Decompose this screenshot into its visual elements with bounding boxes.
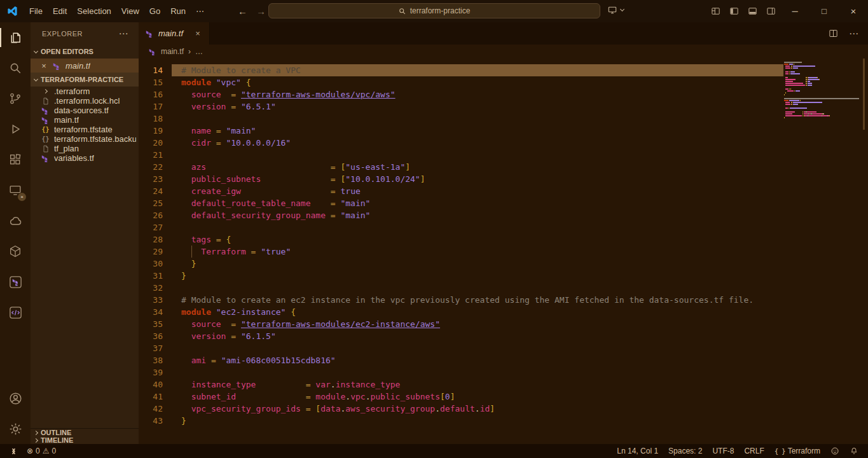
toggle-primary-sidebar-icon[interactable] [725, 3, 743, 20]
menu-item-file[interactable]: File [25, 4, 47, 18]
run-debug-icon[interactable] [0, 114, 31, 144]
more-actions-icon[interactable]: ⋯ [849, 28, 858, 39]
code-lines[interactable]: 14# Module to create a VPC15module "vpc"… [139, 59, 783, 427]
code-line-24[interactable]: 24 create_igw = true [139, 185, 783, 197]
code-line-39[interactable]: 39 [139, 366, 783, 378]
line-number[interactable]: 28 [139, 233, 172, 246]
code-line-20[interactable]: 20 cidr = "10.0.0.0/16" [139, 137, 783, 149]
split-editor-icon[interactable] [829, 29, 838, 38]
line-number[interactable]: 14 [139, 64, 172, 76]
line-number[interactable]: 27 [139, 221, 172, 233]
breadcrumb-more[interactable]: … [195, 47, 203, 56]
line-number[interactable]: 40 [139, 378, 172, 391]
search-view-icon[interactable] [0, 53, 31, 83]
remote-window-button[interactable] [607, 5, 624, 15]
line-number[interactable]: 19 [139, 125, 172, 137]
close-icon[interactable]: × [39, 61, 48, 71]
line-number[interactable]: 26 [139, 209, 172, 221]
line-number[interactable]: 20 [139, 137, 172, 149]
code-line-35[interactable]: 35 source = "terraform-aws-modules/ec2-i… [139, 318, 783, 330]
cursor-position[interactable]: Ln 14, Col 1 [614, 447, 661, 455]
code-line-32[interactable]: 32 [139, 282, 783, 294]
hcl-extension-icon[interactable] [0, 297, 31, 328]
code-line-18[interactable]: 18 [139, 113, 783, 125]
file-item-variables.tf[interactable]: variables.tf [31, 153, 139, 163]
code-line-33[interactable]: 33# Module to create an ec2 instance in … [139, 294, 783, 306]
close-button[interactable]: × [839, 0, 868, 22]
remote-explorer-icon[interactable]: × [0, 175, 31, 205]
menu-item-view[interactable]: View [117, 4, 144, 18]
line-number[interactable]: 24 [139, 185, 172, 197]
line-number[interactable]: 25 [139, 197, 172, 209]
open-editors-section[interactable]: OPEN EDITORS [31, 45, 139, 59]
code-line-27[interactable]: 27 [139, 221, 783, 233]
menu-item-more[interactable]: ⋯ [191, 4, 209, 18]
code-line-22[interactable]: 22 azs = ["us-east-1a"] [139, 161, 783, 173]
code-editor[interactable]: 14# Module to create a VPC15module "vpc"… [139, 59, 868, 444]
line-number[interactable]: 22 [139, 161, 172, 173]
forward-button[interactable]: → [256, 6, 266, 17]
explorer-icon[interactable] [0, 22, 31, 53]
line-number[interactable]: 34 [139, 306, 172, 318]
breadcrumb-file[interactable]: main.tf [161, 47, 184, 56]
line-number[interactable]: 36 [139, 330, 172, 342]
file-item-data-sources.tf[interactable]: data-sources.tf [31, 106, 139, 115]
line-number[interactable]: 41 [139, 391, 172, 403]
code-line-15[interactable]: 15module "vpc" { [139, 76, 783, 88]
code-line-25[interactable]: 25 default_route_table_name = "main" [139, 197, 783, 209]
indentation[interactable]: Spaces: 2 [665, 447, 705, 455]
remote-indicator[interactable] [6, 447, 21, 455]
line-number[interactable]: 18 [139, 113, 172, 125]
menu-item-edit[interactable]: Edit [48, 4, 71, 18]
code-line-31[interactable]: 31} [139, 270, 783, 282]
code-line-43[interactable]: 43} [139, 415, 783, 427]
line-number[interactable]: 15 [139, 76, 172, 88]
source-control-icon[interactable] [0, 83, 31, 114]
code-line-36[interactable]: 36 version = "6.1.5" [139, 330, 783, 342]
line-number[interactable]: 35 [139, 318, 172, 330]
code-line-29[interactable]: 29 Terraform = "true" [139, 246, 783, 258]
extensions-icon[interactable] [0, 144, 31, 175]
settings-gear-icon[interactable] [0, 413, 31, 444]
line-number[interactable]: 42 [139, 403, 172, 415]
code-line-34[interactable]: 34module "ec2-instance" { [139, 306, 783, 318]
sidebar-more-actions[interactable]: ⋯ [119, 28, 129, 39]
line-number[interactable]: 21 [139, 149, 172, 161]
file-item-main.tf[interactable]: main.tf [31, 115, 139, 125]
menu-item-go[interactable]: Go [145, 4, 165, 18]
line-number[interactable]: 33 [139, 294, 172, 306]
line-number[interactable]: 17 [139, 101, 172, 113]
line-number[interactable]: 43 [139, 415, 172, 427]
code-line-19[interactable]: 19 name = "main" [139, 125, 783, 137]
code-line-17[interactable]: 17 version = "6.5.1" [139, 101, 783, 113]
code-line-38[interactable]: 38 ami = "ami-068c0051b15cdb816" [139, 354, 783, 366]
code-line-42[interactable]: 42 vpc_security_group_ids = [data.aws_se… [139, 403, 783, 415]
code-line-41[interactable]: 41 subnet_id = module.vpc.public_subnets… [139, 391, 783, 403]
maximize-button[interactable]: □ [809, 0, 839, 22]
account-icon[interactable] [0, 383, 31, 413]
code-line-40[interactable]: 40 instance_type = var.instance_type [139, 378, 783, 391]
line-number[interactable]: 29 [139, 246, 172, 258]
line-number[interactable]: 39 [139, 366, 172, 378]
outline-section[interactable]: OUTLINE [31, 429, 139, 436]
tab-main-tf[interactable]: main.tf × [139, 22, 210, 45]
file-item-terraform.tfstate[interactable]: {}terraform.tfstate [31, 125, 139, 134]
feedback-icon[interactable] [827, 447, 843, 455]
file-item-terraform.tfstate.backup[interactable]: {}terraform.tfstate.backup [31, 134, 139, 144]
breadcrumb[interactable]: main.tf › … [139, 45, 868, 59]
terraform-extension-icon[interactable] [0, 267, 31, 297]
tab-close-icon[interactable]: × [193, 29, 202, 38]
command-center-search[interactable]: terraform-practice [268, 3, 600, 18]
minimap[interactable] [784, 62, 859, 119]
language-mode[interactable]: { } Terraform [771, 447, 823, 455]
code-line-23[interactable]: 23 public_subnets = ["10.0.101.0/24"] [139, 173, 783, 185]
open-editor-main-tf[interactable]: × main.tf [31, 59, 139, 73]
containers-icon[interactable] [0, 236, 31, 267]
encoding[interactable]: UTF-8 [709, 447, 737, 455]
toggle-secondary-sidebar-icon[interactable] [762, 3, 780, 20]
workspace-section-header[interactable]: TERRAFORM-PRACTICE [31, 73, 139, 87]
line-number[interactable]: 16 [139, 88, 172, 101]
code-line-16[interactable]: 16 source = "terraform-aws-modules/vpc/a… [139, 88, 783, 101]
file-item-.terraform.lock.hcl[interactable]: .terraform.lock.hcl [31, 96, 139, 106]
folder-item-.terraform[interactable]: .terraform [31, 87, 139, 96]
